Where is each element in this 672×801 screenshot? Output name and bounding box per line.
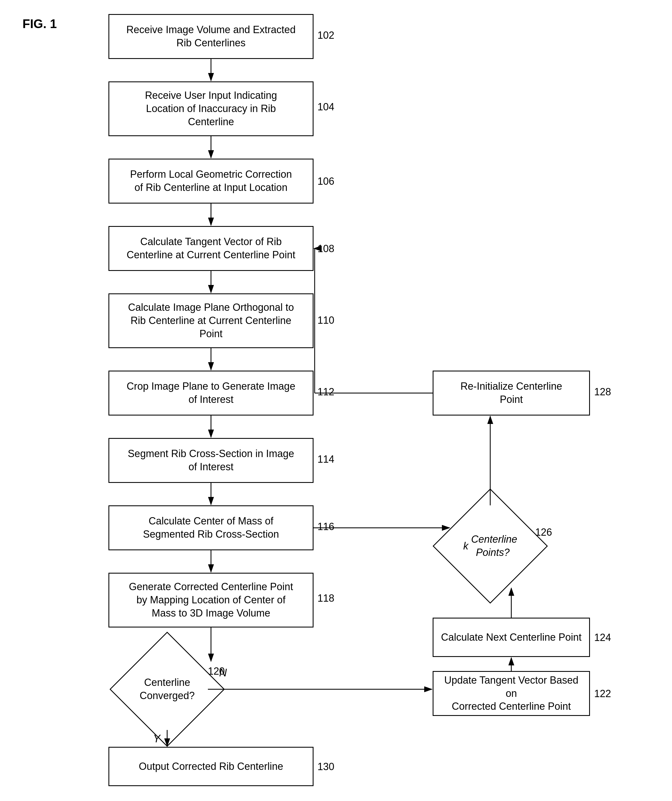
label-122: 122: [594, 688, 611, 700]
diamond-126: k CenterlinePoints?: [450, 505, 531, 587]
label-130: 130: [317, 761, 334, 773]
label-124: 124: [594, 632, 611, 643]
box-118: Generate Corrected Centerline Pointby Ma…: [108, 573, 314, 627]
box-102: Receive Image Volume and ExtractedRib Ce…: [108, 14, 314, 59]
n-label: N: [219, 667, 227, 679]
label-116: 116: [317, 521, 334, 532]
box-112: Crop Image Plane to Generate Imageof Int…: [108, 371, 314, 415]
label-114: 114: [317, 454, 334, 465]
box-122: Update Tangent Vector Based onCorrected …: [433, 671, 590, 716]
label-128: 128: [594, 386, 611, 398]
diamond-120: CenterlineConverged?: [126, 648, 208, 730]
label-106: 106: [317, 175, 334, 187]
box-128: Re-Initialize CenterlinePoint: [433, 371, 590, 415]
box-104: Receive User Input IndicatingLocation of…: [108, 81, 314, 136]
box-108: Calculate Tangent Vector of RibCenterlin…: [108, 226, 314, 271]
box-130: Output Corrected Rib Centerline: [108, 747, 314, 786]
label-110: 110: [317, 314, 334, 326]
box-110: Calculate Image Plane Orthogonal toRib C…: [108, 293, 314, 348]
fig-label: FIG. 1: [23, 17, 57, 31]
label-112: 112: [317, 386, 334, 398]
box-124: Calculate Next Centerline Point: [433, 618, 590, 657]
label-102: 102: [317, 29, 334, 41]
box-116: Calculate Center of Mass ofSegmented Rib…: [108, 505, 314, 550]
box-106: Perform Local Geometric Correctionof Rib…: [108, 159, 314, 204]
y-label: Y: [153, 733, 160, 745]
label-104: 104: [317, 101, 334, 113]
label-108: 108: [317, 243, 334, 255]
label-118: 118: [317, 592, 334, 604]
label-126: 126: [535, 526, 552, 538]
box-114: Segment Rib Cross-Section in Imageof Int…: [108, 438, 314, 483]
